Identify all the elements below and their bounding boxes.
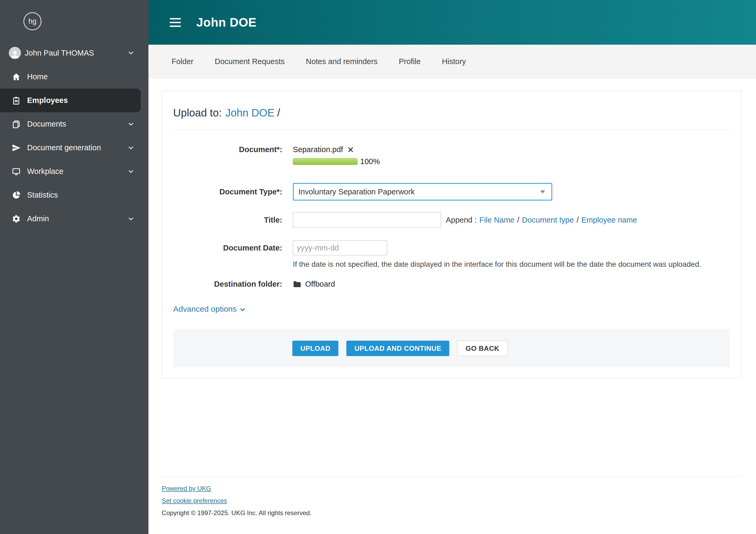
- user-menu[interactable]: John Paul THOMAS: [0, 41, 148, 65]
- document-date-input[interactable]: [293, 240, 387, 255]
- advanced-options-label: Advanced options: [173, 305, 237, 313]
- upload-button[interactable]: UPLOAD: [292, 341, 338, 356]
- file-name: Separation.pdf: [293, 145, 343, 154]
- document-row: Document*: Separation.pdf 100%: [173, 145, 730, 166]
- append-separator: /: [577, 216, 579, 225]
- upload-heading-prefix: Upload to:: [173, 107, 222, 119]
- append-options: Append : File Name / Document type / Emp…: [446, 216, 637, 225]
- tab-bar: Folder Document Requests Notes and remin…: [148, 45, 756, 78]
- sidebar-item-workplace[interactable]: Workplace: [0, 160, 148, 183]
- documents-icon: [11, 119, 21, 129]
- avatar: [9, 47, 21, 59]
- tab-history[interactable]: History: [431, 57, 476, 66]
- cookie-preferences-link[interactable]: Set cookie preferences: [162, 497, 227, 504]
- powered-by-link[interactable]: Powered by UKG: [162, 485, 211, 492]
- destination-folder-label: Destination folder:: [173, 280, 282, 288]
- footer: Powered by UKG Set cookie preferences Co…: [162, 477, 742, 529]
- document-date-label: Document Date:: [173, 240, 282, 269]
- append-label: Append :: [446, 216, 477, 225]
- document-type-row: Document Type*: Involuntary Separation P…: [173, 183, 730, 200]
- sidebar-item-home[interactable]: Home: [0, 65, 148, 89]
- employee-link[interactable]: John DOE: [225, 107, 275, 119]
- sidebar: hg John Paul THOMAS Home Employees Docum…: [0, 0, 148, 534]
- document-label: Document*:: [173, 145, 282, 166]
- sidebar-item-label: Employees: [27, 96, 68, 105]
- tab-folder[interactable]: Folder: [161, 57, 204, 66]
- gear-icon: [11, 214, 21, 224]
- sidebar-nav: Home Employees Documents Document genera…: [0, 65, 148, 230]
- folder-icon: [293, 280, 301, 288]
- destination-folder-value: Offboard: [305, 280, 335, 288]
- document-type-label: Document Type*:: [173, 187, 282, 196]
- heading-divider: [173, 129, 730, 130]
- date-help-text: If the date is not specified, the date d…: [293, 260, 701, 269]
- destination-folder-row: Destination folder: Offboard: [173, 280, 730, 288]
- chevron-down-icon: [127, 168, 135, 175]
- copyright-text: Copyright © 1997-2025. UKG Inc. All righ…: [162, 509, 742, 517]
- title-label: Title:: [173, 216, 282, 225]
- chevron-down-icon: [239, 307, 246, 313]
- document-date-row: Document Date: If the date is not specif…: [173, 240, 730, 269]
- sidebar-item-label: Document generation: [27, 143, 101, 152]
- sidebar-item-statistics[interactable]: Statistics: [0, 183, 148, 207]
- brand-logo: hg: [23, 12, 41, 30]
- sidebar-item-admin[interactable]: Admin: [0, 207, 148, 230]
- chevron-down-icon: [127, 144, 135, 151]
- upload-progress-bar: [293, 158, 358, 165]
- upload-card: Upload to:John DOE/ Document*: Separatio…: [162, 91, 742, 378]
- upload-and-continue-button[interactable]: UPLOAD AND CONTINUE: [346, 341, 449, 356]
- append-employee-name-link[interactable]: Employee name: [581, 216, 637, 225]
- workplace-icon: [11, 167, 21, 176]
- append-document-type-link[interactable]: Document type: [522, 216, 574, 225]
- go-back-button[interactable]: GO BACK: [457, 341, 507, 356]
- sidebar-item-label: Statistics: [27, 191, 58, 200]
- sidebar-item-employees[interactable]: Employees: [0, 89, 141, 112]
- title-row: Title: Append : File Name / Document typ…: [173, 212, 730, 227]
- sidebar-item-documents[interactable]: Documents: [0, 112, 148, 136]
- sidebar-item-document-generation[interactable]: Document generation: [0, 136, 148, 160]
- advanced-options-link[interactable]: Advanced options: [173, 305, 246, 313]
- sidebar-item-label: Documents: [27, 120, 66, 128]
- remove-file-icon[interactable]: [347, 147, 354, 153]
- paper-plane-icon: [11, 143, 21, 153]
- append-file-name-link[interactable]: File Name: [479, 216, 514, 225]
- document-type-select[interactable]: Involuntary Separation Paperwork: [293, 183, 552, 200]
- pie-chart-icon: [11, 190, 21, 200]
- sidebar-item-label: Home: [27, 72, 48, 81]
- page-title: John DOE: [196, 15, 256, 30]
- user-name: John Paul THOMAS: [25, 49, 94, 57]
- home-icon: [11, 72, 21, 82]
- actions-band: UPLOAD UPLOAD AND CONTINUE GO BACK: [173, 330, 730, 367]
- upload-heading-suffix: /: [277, 107, 280, 119]
- brand-logo-wrap: hg: [0, 0, 148, 41]
- tab-profile[interactable]: Profile: [388, 57, 431, 66]
- employees-icon: [11, 95, 21, 106]
- progress-percent: 100%: [360, 157, 380, 166]
- append-separator: /: [517, 216, 519, 225]
- chevron-down-icon: [127, 215, 135, 223]
- sidebar-item-label: Admin: [27, 214, 49, 223]
- page-header: John DOE: [148, 0, 756, 45]
- upload-heading: Upload to:John DOE/: [173, 107, 730, 119]
- main-area: John DOE Folder Document Requests Notes …: [148, 0, 756, 534]
- tab-notes-and-reminders[interactable]: Notes and reminders: [295, 57, 388, 66]
- sidebar-item-label: Workplace: [27, 167, 63, 176]
- hamburger-menu-icon[interactable]: [170, 18, 181, 27]
- title-input[interactable]: [293, 212, 441, 227]
- chevron-down-icon: [127, 120, 135, 128]
- tab-document-requests[interactable]: Document Requests: [204, 57, 295, 66]
- document-type-value: Involuntary Separation Paperwork: [298, 187, 415, 196]
- chevron-down-icon: [127, 49, 135, 57]
